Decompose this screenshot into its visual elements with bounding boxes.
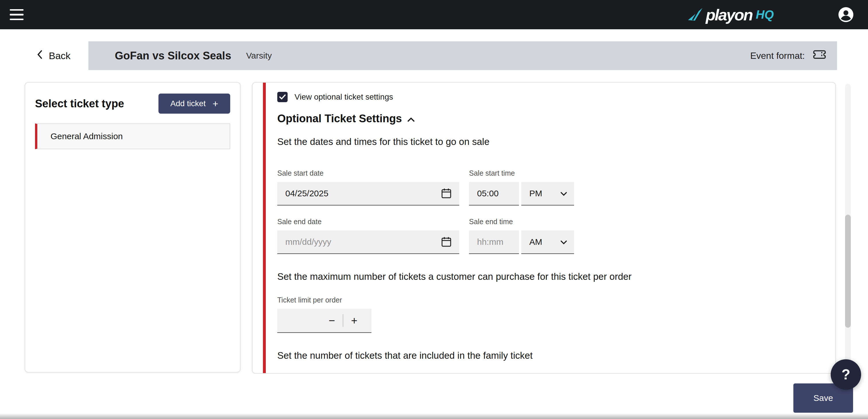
- sale-start-meridiem-select[interactable]: PM: [521, 182, 574, 205]
- sale-start-time-label: Sale start time: [469, 169, 574, 178]
- ticket-limit-label: Ticket limit per order: [277, 296, 812, 304]
- ticket-settings-content: View optional ticket settings Optional T…: [253, 83, 835, 361]
- collapse-caret-icon[interactable]: [407, 112, 415, 125]
- sale-end-time-input[interactable]: [469, 237, 519, 247]
- ticket-item-label: General Admission: [51, 131, 123, 141]
- stepper-increment-button[interactable]: +: [346, 313, 362, 329]
- event-title: GoFan vs Silcox Seals: [115, 50, 231, 62]
- hamburger-menu-icon[interactable]: [10, 9, 24, 20]
- optional-settings-title[interactable]: Optional Ticket Settings: [277, 112, 415, 125]
- chevron-down-icon: [560, 237, 567, 247]
- back-label: Back: [49, 50, 71, 61]
- view-optional-settings-checkbox-row[interactable]: View optional ticket settings: [277, 92, 393, 102]
- account-icon[interactable]: [838, 7, 854, 22]
- vertical-scrollbar: [845, 84, 851, 374]
- sale-start-date-field: Sale start date: [277, 169, 459, 205]
- ticket-type-panel-title: Select ticket type: [35, 94, 124, 110]
- sale-window-heading: Set the dates and times for this ticket …: [277, 136, 812, 147]
- sale-start-date-input-wrap: [277, 182, 459, 205]
- sale-start-time-field: Sale start time PM: [469, 169, 574, 205]
- add-ticket-button[interactable]: Add ticket +: [158, 94, 230, 114]
- playon-hq-logo: playon HQ: [687, 0, 774, 29]
- ticket-settings-panel: View optional ticket settings Optional T…: [252, 82, 836, 374]
- view-optional-label: View optional ticket settings: [294, 92, 393, 102]
- red-accent-stripe: [263, 83, 266, 373]
- help-button[interactable]: ?: [831, 359, 861, 390]
- sale-end-time-pair: AM: [469, 230, 574, 254]
- family-ticket-heading: Set the number of tickets that are inclu…: [277, 350, 812, 361]
- event-format-label: Event format:: [750, 51, 805, 61]
- back-chevron-icon: [37, 50, 42, 62]
- playon-logo-mark-icon: [687, 7, 703, 24]
- ticket-type-panel-header: Select ticket type Add ticket +: [35, 94, 230, 114]
- sale-start-date-label: Sale start date: [277, 169, 459, 178]
- sale-start-date-input[interactable]: [277, 189, 459, 198]
- stepper-divider: [343, 314, 343, 327]
- app-root: playon HQ Back GoFan vs Silcox Seals Var…: [0, 0, 868, 419]
- sale-window-form: Sale start date: [277, 169, 812, 254]
- sale-end-date-input[interactable]: [277, 237, 459, 247]
- view-optional-checkbox[interactable]: [277, 92, 288, 102]
- sale-start-time-input[interactable]: [469, 189, 519, 198]
- sale-end-date-label: Sale end date: [277, 218, 459, 226]
- plus-icon: +: [213, 99, 218, 108]
- top-navigation-bar: playon HQ: [0, 0, 868, 29]
- sale-end-date-input-wrap: [277, 230, 459, 254]
- stepper-decrement-button[interactable]: −: [324, 313, 340, 329]
- sale-end-time-field: Sale end time AM: [469, 218, 574, 254]
- event-header-bar: GoFan vs Silcox Seals Varsity Event form…: [88, 41, 837, 70]
- sale-end-time-label: Sale end time: [469, 218, 574, 226]
- event-header-row: Back GoFan vs Silcox Seals Varsity Event…: [0, 41, 868, 70]
- check-icon: [279, 94, 286, 100]
- sale-end-date-field: Sale end date: [277, 218, 459, 254]
- calendar-icon[interactable]: [440, 188, 453, 200]
- sale-end-time-input-wrap: [469, 230, 519, 254]
- sale-end-meridiem-value: AM: [529, 237, 542, 247]
- ticket-limit-stepper: − +: [277, 309, 371, 333]
- ticket-type-panel: Select ticket type Add ticket + General …: [25, 82, 241, 373]
- calendar-icon[interactable]: [440, 236, 453, 248]
- ticket-item-general-admission[interactable]: General Admission: [35, 123, 230, 149]
- logo-playon-text: playon: [706, 5, 752, 24]
- ticket-type-list: General Admission: [35, 123, 230, 149]
- event-format: Event format:: [750, 49, 827, 63]
- sale-end-meridiem-select[interactable]: AM: [521, 230, 574, 254]
- event-level: Varsity: [246, 51, 272, 61]
- ticket-icon[interactable]: [812, 49, 827, 63]
- add-ticket-label: Add ticket: [170, 99, 206, 108]
- sale-start-row: Sale start date: [277, 169, 812, 205]
- sale-start-meridiem-value: PM: [529, 189, 542, 198]
- logo-hq-text: HQ: [756, 8, 774, 22]
- back-button[interactable]: Back: [37, 41, 71, 70]
- scrollbar-thumb[interactable]: [845, 215, 851, 328]
- ticket-limit-heading: Set the maximum number of tickets a cust…: [277, 271, 812, 282]
- footer-action-bar: Save: [0, 374, 868, 419]
- chevron-down-icon: [560, 189, 567, 198]
- sale-end-row: Sale end date: [277, 218, 812, 254]
- ticket-limit-field: Ticket limit per order − +: [277, 296, 812, 333]
- sale-start-time-pair: PM: [469, 182, 574, 205]
- optional-settings-title-text: Optional Ticket Settings: [277, 112, 402, 125]
- sale-start-time-input-wrap: [469, 182, 519, 205]
